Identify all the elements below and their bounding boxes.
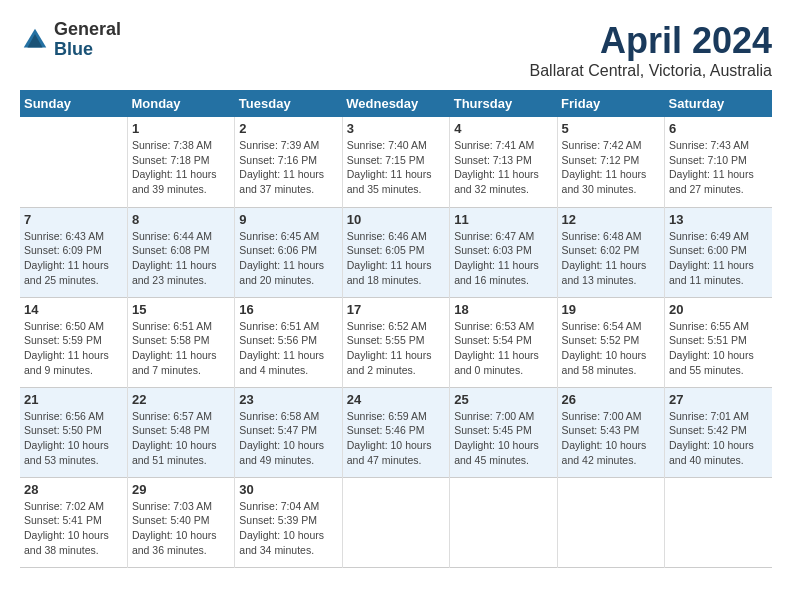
day-number: 27: [669, 392, 768, 407]
day-cell: 20Sunrise: 6:55 AMSunset: 5:51 PMDayligh…: [665, 297, 772, 387]
day-info: Sunrise: 7:43 AMSunset: 7:10 PMDaylight:…: [669, 138, 768, 197]
day-number: 18: [454, 302, 552, 317]
day-cell: 29Sunrise: 7:03 AMSunset: 5:40 PMDayligh…: [127, 477, 234, 567]
weekday-header-wednesday: Wednesday: [342, 90, 449, 117]
day-number: 14: [24, 302, 123, 317]
weekday-header-saturday: Saturday: [665, 90, 772, 117]
month-title: April 2024: [530, 20, 772, 62]
location: Ballarat Central, Victoria, Australia: [530, 62, 772, 80]
day-number: 28: [24, 482, 123, 497]
day-info: Sunrise: 6:45 AMSunset: 6:06 PMDaylight:…: [239, 229, 337, 288]
day-info: Sunrise: 6:44 AMSunset: 6:08 PMDaylight:…: [132, 229, 230, 288]
weekday-header-thursday: Thursday: [450, 90, 557, 117]
day-number: 17: [347, 302, 445, 317]
day-cell: 13Sunrise: 6:49 AMSunset: 6:00 PMDayligh…: [665, 207, 772, 297]
weekday-header-monday: Monday: [127, 90, 234, 117]
day-cell: 5Sunrise: 7:42 AMSunset: 7:12 PMDaylight…: [557, 117, 664, 207]
day-info: Sunrise: 6:58 AMSunset: 5:47 PMDaylight:…: [239, 409, 337, 468]
day-number: 20: [669, 302, 768, 317]
day-cell: 7Sunrise: 6:43 AMSunset: 6:09 PMDaylight…: [20, 207, 127, 297]
day-number: 4: [454, 121, 552, 136]
day-info: Sunrise: 6:59 AMSunset: 5:46 PMDaylight:…: [347, 409, 445, 468]
day-cell: 19Sunrise: 6:54 AMSunset: 5:52 PMDayligh…: [557, 297, 664, 387]
week-row-3: 14Sunrise: 6:50 AMSunset: 5:59 PMDayligh…: [20, 297, 772, 387]
day-cell: 3Sunrise: 7:40 AMSunset: 7:15 PMDaylight…: [342, 117, 449, 207]
day-cell: 6Sunrise: 7:43 AMSunset: 7:10 PMDaylight…: [665, 117, 772, 207]
day-cell: 17Sunrise: 6:52 AMSunset: 5:55 PMDayligh…: [342, 297, 449, 387]
day-info: Sunrise: 6:48 AMSunset: 6:02 PMDaylight:…: [562, 229, 660, 288]
day-number: 1: [132, 121, 230, 136]
logo-general: General: [54, 19, 121, 39]
week-row-4: 21Sunrise: 6:56 AMSunset: 5:50 PMDayligh…: [20, 387, 772, 477]
day-info: Sunrise: 6:57 AMSunset: 5:48 PMDaylight:…: [132, 409, 230, 468]
day-cell: 18Sunrise: 6:53 AMSunset: 5:54 PMDayligh…: [450, 297, 557, 387]
week-row-1: 1Sunrise: 7:38 AMSunset: 7:18 PMDaylight…: [20, 117, 772, 207]
day-info: Sunrise: 7:42 AMSunset: 7:12 PMDaylight:…: [562, 138, 660, 197]
day-cell: 8Sunrise: 6:44 AMSunset: 6:08 PMDaylight…: [127, 207, 234, 297]
logo-text: General Blue: [54, 20, 121, 60]
day-cell: 12Sunrise: 6:48 AMSunset: 6:02 PMDayligh…: [557, 207, 664, 297]
day-info: Sunrise: 6:55 AMSunset: 5:51 PMDaylight:…: [669, 319, 768, 378]
day-cell: 10Sunrise: 6:46 AMSunset: 6:05 PMDayligh…: [342, 207, 449, 297]
day-info: Sunrise: 7:03 AMSunset: 5:40 PMDaylight:…: [132, 499, 230, 558]
day-number: 15: [132, 302, 230, 317]
week-row-5: 28Sunrise: 7:02 AMSunset: 5:41 PMDayligh…: [20, 477, 772, 567]
day-info: Sunrise: 6:47 AMSunset: 6:03 PMDaylight:…: [454, 229, 552, 288]
day-info: Sunrise: 7:01 AMSunset: 5:42 PMDaylight:…: [669, 409, 768, 468]
day-cell: 25Sunrise: 7:00 AMSunset: 5:45 PMDayligh…: [450, 387, 557, 477]
day-cell: 27Sunrise: 7:01 AMSunset: 5:42 PMDayligh…: [665, 387, 772, 477]
day-cell: [450, 477, 557, 567]
day-info: Sunrise: 6:51 AMSunset: 5:56 PMDaylight:…: [239, 319, 337, 378]
logo-icon: [20, 25, 50, 55]
day-info: Sunrise: 6:54 AMSunset: 5:52 PMDaylight:…: [562, 319, 660, 378]
calendar-table: SundayMondayTuesdayWednesdayThursdayFrid…: [20, 90, 772, 568]
day-info: Sunrise: 7:39 AMSunset: 7:16 PMDaylight:…: [239, 138, 337, 197]
day-number: 10: [347, 212, 445, 227]
day-cell: 24Sunrise: 6:59 AMSunset: 5:46 PMDayligh…: [342, 387, 449, 477]
day-info: Sunrise: 6:43 AMSunset: 6:09 PMDaylight:…: [24, 229, 123, 288]
title-area: April 2024 Ballarat Central, Victoria, A…: [530, 20, 772, 80]
day-cell: [665, 477, 772, 567]
day-cell: [557, 477, 664, 567]
day-info: Sunrise: 7:02 AMSunset: 5:41 PMDaylight:…: [24, 499, 123, 558]
day-number: 6: [669, 121, 768, 136]
header: General Blue April 2024 Ballarat Central…: [20, 20, 772, 80]
day-number: 19: [562, 302, 660, 317]
day-number: 11: [454, 212, 552, 227]
day-number: 25: [454, 392, 552, 407]
day-cell: 14Sunrise: 6:50 AMSunset: 5:59 PMDayligh…: [20, 297, 127, 387]
day-cell: 21Sunrise: 6:56 AMSunset: 5:50 PMDayligh…: [20, 387, 127, 477]
day-number: 5: [562, 121, 660, 136]
day-number: 9: [239, 212, 337, 227]
day-number: 21: [24, 392, 123, 407]
day-number: 29: [132, 482, 230, 497]
day-number: 2: [239, 121, 337, 136]
day-info: Sunrise: 7:04 AMSunset: 5:39 PMDaylight:…: [239, 499, 337, 558]
day-cell: 15Sunrise: 6:51 AMSunset: 5:58 PMDayligh…: [127, 297, 234, 387]
day-info: Sunrise: 7:00 AMSunset: 5:45 PMDaylight:…: [454, 409, 552, 468]
weekday-header-sunday: Sunday: [20, 90, 127, 117]
day-info: Sunrise: 6:52 AMSunset: 5:55 PMDaylight:…: [347, 319, 445, 378]
weekday-header-tuesday: Tuesday: [235, 90, 342, 117]
weekday-header-row: SundayMondayTuesdayWednesdayThursdayFrid…: [20, 90, 772, 117]
day-info: Sunrise: 6:51 AMSunset: 5:58 PMDaylight:…: [132, 319, 230, 378]
day-info: Sunrise: 7:38 AMSunset: 7:18 PMDaylight:…: [132, 138, 230, 197]
day-info: Sunrise: 6:56 AMSunset: 5:50 PMDaylight:…: [24, 409, 123, 468]
day-number: 7: [24, 212, 123, 227]
day-info: Sunrise: 6:49 AMSunset: 6:00 PMDaylight:…: [669, 229, 768, 288]
day-cell: 2Sunrise: 7:39 AMSunset: 7:16 PMDaylight…: [235, 117, 342, 207]
day-info: Sunrise: 7:00 AMSunset: 5:43 PMDaylight:…: [562, 409, 660, 468]
day-number: 13: [669, 212, 768, 227]
day-info: Sunrise: 6:46 AMSunset: 6:05 PMDaylight:…: [347, 229, 445, 288]
day-cell: 30Sunrise: 7:04 AMSunset: 5:39 PMDayligh…: [235, 477, 342, 567]
day-cell: 26Sunrise: 7:00 AMSunset: 5:43 PMDayligh…: [557, 387, 664, 477]
day-number: 30: [239, 482, 337, 497]
day-cell: 28Sunrise: 7:02 AMSunset: 5:41 PMDayligh…: [20, 477, 127, 567]
logo-blue: Blue: [54, 39, 93, 59]
weekday-header-friday: Friday: [557, 90, 664, 117]
day-cell: 22Sunrise: 6:57 AMSunset: 5:48 PMDayligh…: [127, 387, 234, 477]
day-number: 26: [562, 392, 660, 407]
day-cell: 4Sunrise: 7:41 AMSunset: 7:13 PMDaylight…: [450, 117, 557, 207]
day-number: 24: [347, 392, 445, 407]
day-number: 22: [132, 392, 230, 407]
